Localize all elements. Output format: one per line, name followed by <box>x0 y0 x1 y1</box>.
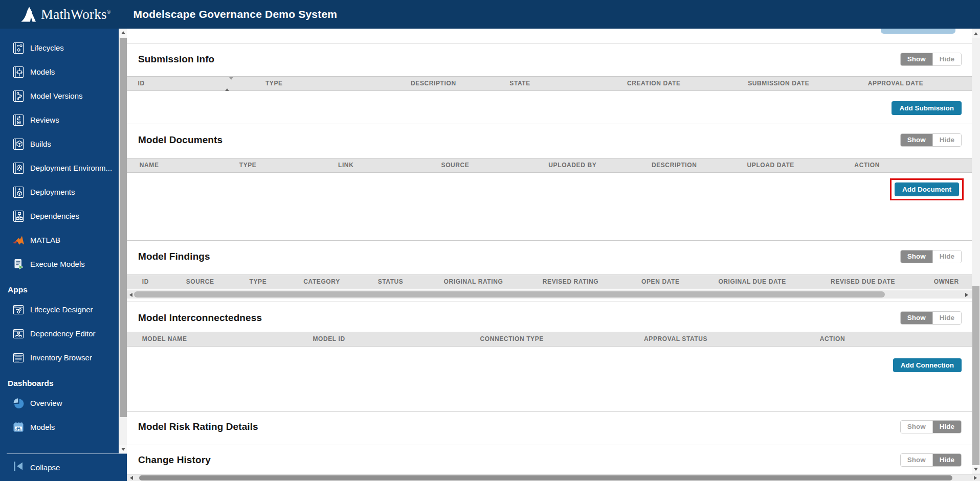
horizontal-scrollbar-thumb[interactable] <box>139 475 952 480</box>
scroll-down-arrow[interactable] <box>119 445 127 453</box>
sidebar-item-matlab[interactable]: MATLAB <box>0 228 119 252</box>
column-header-state: STATE <box>509 77 530 90</box>
show-button[interactable]: Show <box>901 53 932 65</box>
sort-icon[interactable] <box>225 80 233 89</box>
sidebar-item-overview-dashboard[interactable]: Overview <box>0 391 119 415</box>
column-header-revised-due-date: REVISED DUE DATE <box>831 275 895 289</box>
column-header-type: TYPE <box>250 275 267 289</box>
model-versions-icon <box>12 89 25 103</box>
lifecycles-icon <box>12 41 25 55</box>
sidebar-group-apps: Apps <box>0 276 119 297</box>
column-header-approval-status: APPROVAL STATUS <box>644 332 707 346</box>
partially-visible-button[interactable] <box>881 29 955 34</box>
vertical-scrollbar-thumb[interactable] <box>972 286 979 466</box>
scroll-up-arrow[interactable] <box>119 29 127 37</box>
add-submission-button[interactable]: Add Submission <box>892 101 962 115</box>
hide-button[interactable]: Hide <box>932 312 961 324</box>
sidebar-item-builds[interactable]: Builds <box>0 132 119 156</box>
add-document-highlight: Add Document <box>890 178 964 200</box>
hide-button[interactable]: Hide <box>932 421 961 433</box>
sidebar-item-label: Builds <box>30 140 51 148</box>
page-title: Modelscape Governance Demo System <box>133 8 337 20</box>
sidebar-scrollbar[interactable] <box>119 29 127 453</box>
scroll-left-arrow[interactable] <box>128 291 134 297</box>
add-document-button[interactable]: Add Document <box>895 182 959 196</box>
sidebar-item-lifecycles[interactable]: Lifecycles <box>0 36 119 60</box>
sidebar-item-deployments[interactable]: Deployments <box>0 180 119 204</box>
section-title: Model Interconnectedness <box>138 311 262 325</box>
column-header-type: TYPE <box>265 77 283 90</box>
sidebar-item-label: Dependencies <box>30 212 79 220</box>
deployment-environments-icon <box>12 162 25 175</box>
show-button[interactable]: Show <box>901 312 932 324</box>
sidebar-item-execute-models[interactable]: Execute Models <box>0 252 119 276</box>
show-hide-toggle: Show Hide <box>900 250 962 263</box>
column-header-id[interactable]: ID <box>138 77 144 90</box>
show-hide-toggle: Show Hide <box>900 420 962 433</box>
sidebar-item-label: MATLAB <box>30 236 60 244</box>
column-header-category: CATEGORY <box>303 275 340 289</box>
scroll-right-arrow[interactable] <box>972 475 979 480</box>
show-button[interactable]: Show <box>901 421 932 433</box>
column-header-action: ACTION <box>854 158 880 172</box>
findings-horizontal-scrollbar[interactable] <box>127 290 972 299</box>
sidebar-group-dashboards: Dashboards <box>0 370 119 391</box>
mathworks-logo-icon <box>20 5 38 24</box>
sidebar-item-models-dashboard[interactable]: Models <box>0 415 119 439</box>
hide-button[interactable]: Hide <box>932 134 961 146</box>
sidebar-item-models[interactable]: Models <box>0 60 119 84</box>
sidebar-item-lifecycle-designer[interactable]: Lifecycle Designer <box>0 297 119 322</box>
hide-button[interactable]: Hide <box>932 454 961 466</box>
scroll-left-arrow[interactable] <box>128 475 135 480</box>
sidebar-item-inventory-browser[interactable]: Inventory Browser <box>0 346 119 370</box>
add-connection-button[interactable]: Add Connection <box>893 358 962 372</box>
sidebar-item-label: Models <box>30 423 55 431</box>
sidebar-scrollbar-thumb[interactable] <box>120 38 127 417</box>
scroll-right-arrow[interactable] <box>964 291 970 297</box>
sidebar-item-model-versions[interactable]: Model Versions <box>0 84 119 108</box>
brand-name: MathWorks® <box>41 7 110 22</box>
sidebar: Lifecycles Models Model Versions Reviews… <box>0 29 119 453</box>
models-dashboard-icon <box>12 421 25 434</box>
scroll-up-arrow[interactable] <box>972 30 980 38</box>
collapse-sidebar-button[interactable]: Collapse <box>0 453 127 481</box>
column-header-owner: OWNER <box>934 275 959 289</box>
column-header-source: SOURCE <box>441 158 470 172</box>
findings-scrollbar-thumb[interactable] <box>134 291 885 297</box>
column-header-status: STATUS <box>378 275 404 289</box>
sidebar-item-label: Models <box>30 67 55 76</box>
column-header-uploaded-by: UPLOADED BY <box>548 158 596 172</box>
column-header-open-date: OPEN DATE <box>641 275 680 289</box>
sidebar-item-dependency-editor[interactable]: Dependency Editor <box>0 322 119 346</box>
column-header-submission-date: SUBMISSION DATE <box>748 77 809 90</box>
section-model-interconnectedness: Model Interconnectedness Show Hide MODEL… <box>127 302 972 411</box>
sidebar-item-deployment-environments[interactable]: Deployment Environm... <box>0 156 119 180</box>
column-header-type: TYPE <box>239 158 257 172</box>
column-header-name: NAME <box>140 158 159 172</box>
content-horizontal-scrollbar[interactable] <box>127 474 980 481</box>
lifecycle-designer-icon <box>12 303 25 316</box>
show-button[interactable]: Show <box>901 454 932 466</box>
column-header-approval-date: APPROVAL DATE <box>868 77 923 90</box>
sidebar-item-label: Lifecycles <box>30 43 64 52</box>
section-model-risk-rating-details: Model Risk Rating Details Show Hide <box>127 411 972 445</box>
table-header-row: NAME TYPE LINK SOURCE UPLOADED BY DESCRI… <box>127 158 972 173</box>
models-icon <box>12 65 25 79</box>
sidebar-item-dependencies[interactable]: Dependencies <box>0 204 119 228</box>
sidebar-item-label: Deployments <box>30 188 75 196</box>
show-button[interactable]: Show <box>901 250 932 263</box>
show-button[interactable]: Show <box>901 134 932 146</box>
sidebar-item-label: Deployment Environm... <box>30 164 112 172</box>
content-vertical-scrollbar[interactable] <box>972 29 980 474</box>
hide-button[interactable]: Hide <box>932 53 961 65</box>
hide-button[interactable]: Hide <box>932 250 961 263</box>
sidebar-collapse-bar: Collapse <box>0 453 127 481</box>
reviews-icon <box>12 113 25 127</box>
show-hide-toggle: Show Hide <box>900 311 962 325</box>
mathworks-brand[interactable]: MathWorks® <box>20 5 110 24</box>
show-hide-toggle: Show Hide <box>900 133 962 147</box>
sidebar-item-reviews[interactable]: Reviews <box>0 108 119 132</box>
table-header-row: MODEL NAME MODEL ID CONNECTION TYPE APPR… <box>127 332 972 347</box>
scroll-down-arrow[interactable] <box>972 465 980 473</box>
column-header-action: ACTION <box>820 332 845 346</box>
